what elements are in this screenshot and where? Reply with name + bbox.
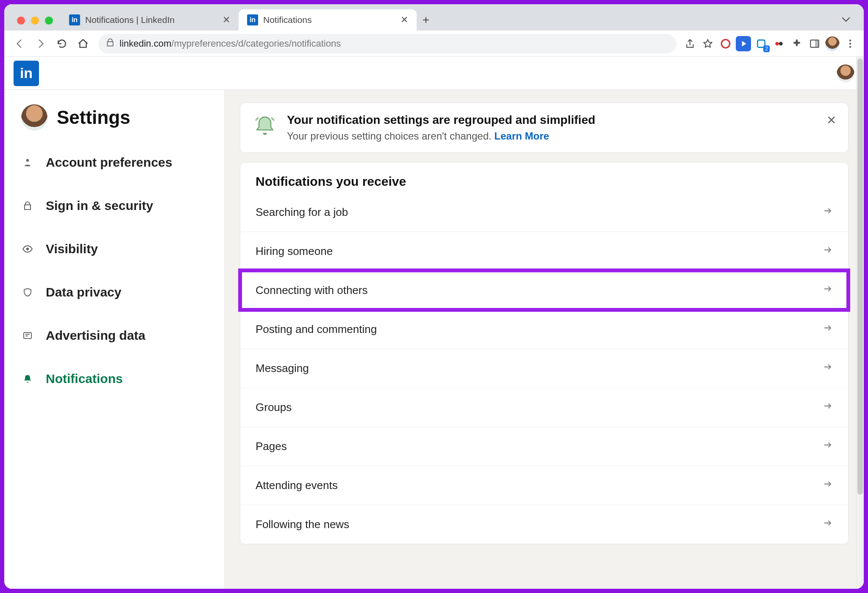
- linkedin-header: in: [4, 57, 864, 90]
- card-heading: Notifications you receive: [240, 174, 848, 193]
- sidebar-item-label: Advertising data: [46, 328, 145, 343]
- forward-button[interactable]: [31, 34, 50, 53]
- url-text: linkedin.com/mypreferences/d/categories/…: [120, 38, 341, 49]
- info-banner: Your notification settings are regrouped…: [240, 103, 849, 153]
- extensions-puzzle-icon[interactable]: [789, 36, 804, 51]
- arrow-right-icon: [823, 206, 833, 219]
- svg-rect-5: [815, 40, 819, 47]
- row-label: Groups: [256, 401, 292, 414]
- arrow-right-icon: [823, 284, 833, 297]
- extension-icon[interactable]: [771, 36, 787, 51]
- person-icon: [21, 157, 34, 168]
- notification-row[interactable]: Searching for a job: [240, 193, 848, 232]
- reload-button[interactable]: [53, 34, 71, 53]
- lock-icon: [106, 38, 114, 49]
- settings-sidebar: Settings Account preferences Sign in & s…: [4, 90, 225, 589]
- linkedin-favicon-icon: in: [69, 14, 80, 25]
- share-icon[interactable]: [682, 36, 698, 51]
- close-tab-icon[interactable]: ✕: [223, 15, 230, 25]
- banner-body: Your previous setting choices aren't cha…: [287, 130, 595, 142]
- profile-avatar[interactable]: [825, 36, 840, 51]
- window-controls: [9, 17, 61, 31]
- arrow-right-icon: [823, 518, 833, 531]
- notification-row[interactable]: Messaging: [240, 349, 848, 388]
- close-tab-icon[interactable]: ✕: [401, 15, 408, 25]
- profile-avatar[interactable]: [837, 64, 854, 82]
- lock-icon: [21, 201, 34, 211]
- settings-main: Your notification settings are regrouped…: [225, 90, 864, 589]
- page-title: Settings: [57, 107, 131, 128]
- sidebar-item-advertising-data[interactable]: Advertising data: [4, 314, 224, 357]
- browser-tab-active[interactable]: in Notifications ✕: [239, 9, 417, 31]
- profile-avatar: [21, 104, 47, 131]
- new-tab-button[interactable]: +: [417, 9, 435, 31]
- extension-icon[interactable]: [736, 36, 751, 51]
- page-content: in Settings Account preferences: [4, 57, 864, 589]
- sidebar-item-notifications[interactable]: Notifications: [4, 357, 224, 400]
- bell-illustration-icon: [252, 113, 278, 139]
- linkedin-favicon-icon: in: [247, 14, 258, 25]
- svg-point-2: [775, 42, 779, 45]
- close-window-button[interactable]: [17, 17, 25, 25]
- row-label: Hiring someone: [256, 245, 333, 258]
- notifications-card: Notifications you receive Searching for …: [240, 162, 849, 544]
- row-label: Searching for a job: [256, 206, 348, 219]
- sidebar-item-visibility[interactable]: Visibility: [4, 227, 224, 271]
- eye-icon: [21, 243, 34, 255]
- tab-title: Notifications | LinkedIn: [85, 15, 175, 25]
- minimize-window-button[interactable]: [31, 17, 39, 25]
- svg-point-3: [779, 42, 783, 45]
- row-label: Pages: [256, 440, 287, 453]
- notification-row[interactable]: Hiring someone: [240, 232, 848, 271]
- svg-point-6: [849, 39, 851, 41]
- bell-icon: [21, 374, 34, 384]
- side-panel-icon[interactable]: [807, 36, 822, 51]
- svg-rect-1: [757, 40, 765, 47]
- browser-tab-inactive[interactable]: in Notifications | LinkedIn ✕: [61, 9, 239, 31]
- newspaper-icon: [21, 330, 34, 341]
- home-button[interactable]: [74, 34, 92, 53]
- sidebar-item-sign-in-security[interactable]: Sign in & security: [4, 184, 224, 227]
- close-banner-button[interactable]: ✕: [826, 113, 836, 127]
- notification-row[interactable]: Following the news: [240, 505, 848, 544]
- scrollbar-thumb[interactable]: [857, 59, 863, 495]
- chrome-menu-icon[interactable]: [843, 36, 858, 51]
- bookmark-star-icon[interactable]: [700, 36, 715, 51]
- notification-row[interactable]: Posting and commenting: [240, 310, 848, 349]
- svg-point-0: [721, 39, 730, 48]
- notification-row-connecting-with-others[interactable]: Connecting with others: [240, 271, 848, 310]
- banner-title: Your notification settings are regrouped…: [287, 113, 595, 127]
- notification-row[interactable]: Attending events: [240, 466, 848, 505]
- extension-icon[interactable]: [718, 36, 733, 51]
- notification-row[interactable]: Groups: [240, 388, 848, 427]
- sidebar-item-label: Account preferences: [46, 155, 172, 170]
- svg-point-10: [26, 248, 29, 251]
- row-label: Connecting with others: [256, 284, 367, 297]
- sidebar-item-data-privacy[interactable]: Data privacy: [4, 271, 224, 314]
- settings-layout: Settings Account preferences Sign in & s…: [4, 90, 864, 589]
- svg-point-7: [849, 42, 851, 44]
- vertical-scrollbar[interactable]: [856, 57, 864, 589]
- learn-more-link[interactable]: Learn More: [494, 130, 549, 142]
- back-button[interactable]: [10, 34, 29, 53]
- address-bar: linkedin.com/mypreferences/d/categories/…: [4, 31, 864, 57]
- arrow-right-icon: [823, 245, 833, 258]
- arrow-right-icon: [823, 362, 833, 375]
- tab-bar: in Notifications | LinkedIn ✕ in Notific…: [4, 4, 864, 31]
- settings-heading: Settings: [4, 104, 224, 141]
- extension-icon[interactable]: [754, 36, 769, 51]
- notification-row[interactable]: Pages: [240, 427, 848, 466]
- row-label: Following the news: [256, 518, 349, 531]
- sidebar-item-label: Sign in & security: [46, 199, 153, 213]
- linkedin-logo[interactable]: in: [14, 61, 39, 86]
- arrow-right-icon: [823, 440, 833, 453]
- shield-icon: [21, 287, 34, 297]
- row-label: Posting and commenting: [256, 323, 377, 336]
- sidebar-item-account-preferences[interactable]: Account preferences: [4, 141, 224, 184]
- row-label: Attending events: [256, 479, 338, 492]
- arrow-right-icon: [823, 479, 833, 492]
- url-input[interactable]: linkedin.com/mypreferences/d/categories/…: [98, 34, 676, 53]
- sidebar-item-label: Data privacy: [46, 285, 121, 299]
- maximize-window-button[interactable]: [45, 17, 53, 25]
- tabs-dropdown-icon[interactable]: [837, 15, 859, 31]
